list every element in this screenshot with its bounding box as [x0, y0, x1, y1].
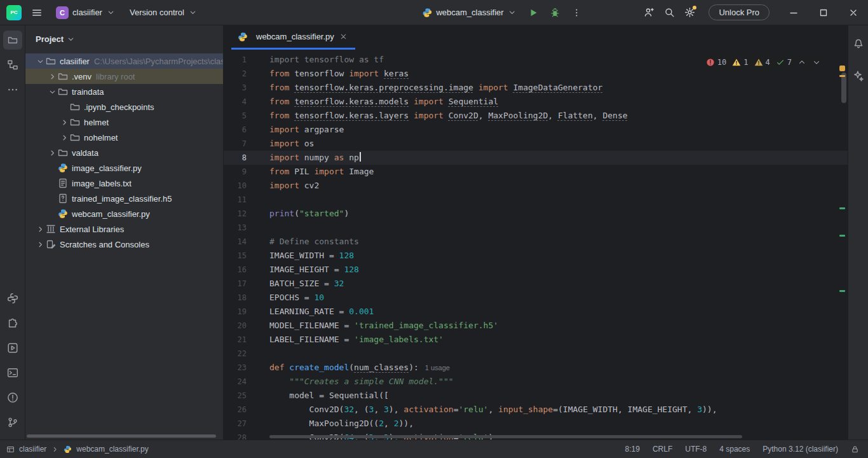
project-tool-button[interactable] — [3, 31, 22, 50]
code-editor[interactable]: 1import tensorflow as tf2from tensorflow… — [224, 50, 848, 440]
passed-badge[interactable]: 7 — [776, 55, 792, 69]
code-line-25[interactable]: 25 model = Sequential([ — [224, 389, 848, 403]
tool-window-switcher-icon[interactable] — [6, 445, 15, 454]
breadcrumb-project[interactable]: clasiifier — [19, 445, 46, 454]
notifications-tool-button[interactable] — [849, 34, 868, 53]
chevron-right-icon[interactable] — [46, 71, 58, 81]
code-line-20[interactable]: 20MODEL_FILENAME = 'trained_image_classi… — [224, 319, 848, 333]
code-line-19[interactable]: 19LEARNING_RATE = 0.001 — [224, 305, 848, 319]
code-line-22[interactable]: 22 — [224, 347, 848, 361]
tree-item-webcam-classifier-py[interactable]: webcam_classifier.py — [25, 206, 223, 221]
search-everywhere-button[interactable] — [659, 3, 679, 23]
chevron-right-icon[interactable] — [34, 224, 46, 234]
line-number[interactable]: 6 — [224, 123, 247, 137]
line-number[interactable]: 2 — [224, 67, 247, 81]
version-control-tool-button[interactable] — [3, 413, 22, 432]
close-button[interactable] — [838, 0, 868, 25]
ai-assistant-tool-button[interactable] — [849, 66, 868, 85]
inspection-indicator[interactable] — [839, 66, 845, 71]
settings-button[interactable] — [679, 3, 700, 23]
code-line-11[interactable]: 11 — [224, 193, 848, 207]
minimize-button[interactable] — [778, 0, 808, 25]
line-number[interactable]: 27 — [224, 417, 247, 431]
more-actions-button[interactable] — [567, 3, 587, 23]
code-line-12[interactable]: 12print("started") — [224, 207, 848, 221]
tab-close-icon[interactable] — [339, 32, 349, 42]
line-number[interactable]: 15 — [224, 249, 247, 263]
code-line-27[interactable]: 27 MaxPooling2D((2, 2)), — [224, 417, 848, 431]
plugins-tool-button[interactable] — [3, 314, 22, 333]
tree-item-image-classifier-py[interactable]: image_classifier.py — [25, 160, 223, 176]
line-number[interactable]: 17 — [224, 277, 247, 291]
debug-button[interactable] — [545, 3, 566, 23]
code-line-23[interactable]: 23def create_model(num_classes):1 usage — [224, 361, 848, 375]
code-with-me-button[interactable] — [639, 3, 659, 23]
line-number[interactable]: 16 — [224, 263, 247, 277]
terminal-tool-button[interactable] — [3, 363, 22, 382]
code-line-17[interactable]: 17BATCH_SIZE = 32 — [224, 277, 848, 291]
line-ending[interactable]: CRLF — [653, 445, 672, 454]
chevron-down-icon[interactable] — [34, 56, 46, 66]
code-line-13[interactable]: 13 — [224, 221, 848, 235]
weak-warning-badge[interactable]: 4 — [754, 55, 770, 69]
chevron-right-icon[interactable] — [58, 132, 70, 142]
tree-item-scratches-and-consoles[interactable]: Scratches and Consoles — [25, 237, 223, 252]
more-tools-tool-button[interactable] — [3, 80, 22, 99]
chevron-right-icon[interactable] — [58, 117, 70, 127]
line-number[interactable]: 11 — [224, 193, 247, 207]
tree-item-trained-image-classifier-h5[interactable]: trained_image_classifier.h5 — [25, 191, 223, 206]
code-line-6[interactable]: 6import argparse — [224, 123, 848, 137]
line-number[interactable]: 4 — [224, 95, 247, 109]
line-number[interactable]: 23 — [224, 361, 247, 375]
code-line-14[interactable]: 14# Define constants — [224, 235, 848, 249]
inspections-widget[interactable]: 10 1 4 7 — [702, 54, 825, 71]
previous-problem-icon[interactable] — [797, 58, 806, 67]
line-number[interactable]: 10 — [224, 179, 247, 193]
project-panel-header[interactable]: Project — [25, 27, 223, 51]
chevron-right-icon[interactable] — [46, 148, 58, 158]
tree-item-nohelmet[interactable]: nohelmet — [25, 130, 223, 145]
code-line-8[interactable]: 8import numpy as np — [224, 151, 848, 165]
indent-style[interactable]: 4 spaces — [719, 445, 750, 454]
horizontal-scrollbar-thumb[interactable] — [27, 434, 216, 438]
structure-tool-button[interactable] — [3, 55, 22, 74]
line-number[interactable]: 8 — [224, 151, 247, 165]
code-line-9[interactable]: 9from PIL import Image — [224, 165, 848, 179]
code-line-5[interactable]: 5from tensorflow.keras.layers import Con… — [224, 109, 848, 123]
tree-item-venv[interactable]: .venvlibrary root — [25, 69, 223, 84]
line-number[interactable]: 22 — [224, 347, 247, 361]
line-number[interactable]: 3 — [224, 81, 247, 95]
python-interpreter[interactable]: Python 3.12 (clasiifier) — [763, 445, 838, 454]
line-number[interactable]: 12 — [224, 207, 247, 221]
line-number[interactable]: 28 — [224, 431, 247, 440]
problems-tool-button[interactable] — [3, 388, 22, 407]
line-number[interactable]: 19 — [224, 305, 247, 319]
services-tool-button[interactable] — [3, 338, 22, 357]
line-number[interactable]: 26 — [224, 403, 247, 417]
line-number[interactable]: 21 — [224, 333, 247, 347]
line-number[interactable]: 25 — [224, 389, 247, 403]
tree-item-helmet[interactable]: helmet — [25, 114, 223, 130]
line-number[interactable]: 18 — [224, 291, 247, 305]
code-line-26[interactable]: 26 Conv2D(32, (3, 3), activation='relu',… — [224, 403, 848, 417]
code-line-15[interactable]: 15IMAGE_WIDTH = 128 — [224, 249, 848, 263]
line-number[interactable]: 1 — [224, 53, 247, 67]
line-number[interactable]: 14 — [224, 235, 247, 249]
code-line-24[interactable]: 24 """Creates a simple CNN model.""" — [224, 375, 848, 389]
line-number[interactable]: 24 — [224, 375, 247, 389]
warning-badge[interactable]: 1 — [732, 55, 748, 69]
tab-webcam-classifier[interactable]: webcam_classifier.py — [231, 25, 355, 50]
code-line-18[interactable]: 18EPOCHS = 10 — [224, 291, 848, 305]
line-number[interactable]: 13 — [224, 221, 247, 235]
unlock-pro-button[interactable]: Unlock Pro — [709, 4, 770, 20]
vertical-scrollbar-thumb[interactable] — [841, 73, 846, 103]
code-line-3[interactable]: 3from tensorflow.keras.preprocessing.ima… — [224, 81, 848, 95]
run-button[interactable] — [524, 3, 544, 23]
next-problem-icon[interactable] — [812, 58, 821, 67]
code-line-21[interactable]: 21LABEL_FILENAME = 'image_labels.txt' — [224, 333, 848, 347]
errors-badge[interactable]: 10 — [706, 55, 726, 69]
tree-item-valdata[interactable]: valdata — [25, 145, 223, 160]
maximize-button[interactable] — [808, 0, 838, 25]
line-number[interactable]: 20 — [224, 319, 247, 333]
tree-item-traindata[interactable]: traindata — [25, 84, 223, 99]
